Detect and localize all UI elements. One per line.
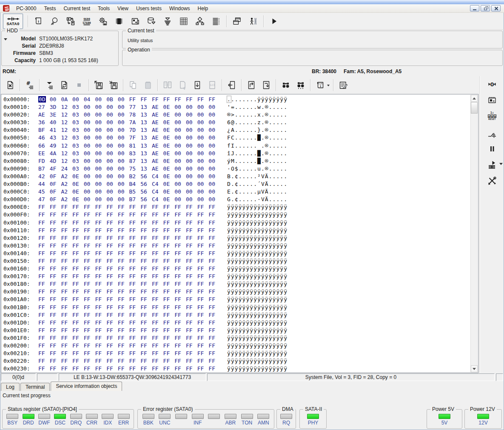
hex-row[interactable]: 0x00120:FFFFFFFFFFFFFFFFFFFFFFFFFFFFFFFF…	[2, 234, 470, 242]
edit-mode-button[interactable]	[336, 78, 350, 92]
scroll-down-button[interactable]	[471, 365, 478, 372]
clear-button[interactable]	[3, 78, 17, 92]
export-button[interactable]	[175, 78, 190, 92]
menu-windows[interactable]: Windows	[165, 5, 194, 12]
hex-row[interactable]: 0x00220:FFFFFFFFFFFFFFFFFFFFFFFFFFFFFFFF…	[2, 357, 470, 365]
hex-row[interactable]: 0x00020:AE3E1203000000007813AE0E00000000…	[2, 111, 470, 119]
power-supply-button[interactable]	[486, 128, 498, 140]
windows-cascade-button[interactable]	[229, 14, 245, 28]
hex-row[interactable]: 0x00230:FFFFFFFFFFFFFFFFFFFFFFFFFFFFFFFF…	[2, 365, 470, 372]
close-button[interactable]	[491, 5, 501, 11]
hex-row[interactable]: 0x00100:FFFFFFFFFFFFFFFFFFFFFFFFFFFFFFFF…	[2, 219, 470, 227]
minimize-button[interactable]	[470, 5, 479, 11]
database-button[interactable]	[143, 14, 159, 28]
baud-rate-button[interactable]: 960057600	[79, 14, 95, 28]
hex-row[interactable]: 0x00060:66491203000000008113AE0E00000000…	[2, 142, 470, 150]
utility-start-button[interactable]: i	[30, 14, 46, 28]
hex-row[interactable]: 0x000C0:450FA20E00000000B556C40E00000000…	[2, 188, 470, 196]
save-settings-button[interactable]	[95, 14, 111, 28]
hex-row[interactable]: 0x00110:FFFFFFFFFFFFFFFFFFFFFFFFFFFFFFFF…	[2, 227, 470, 234]
port-exchange-button[interactable]	[63, 14, 79, 28]
run-dropdown-caret-icon[interactable]	[499, 163, 503, 167]
tab-terminal[interactable]: Terminal	[20, 383, 50, 391]
utility-tools-button[interactable]	[486, 174, 498, 187]
hex-row[interactable]: 0x000A0:420FA20E00000000B256C40E00000000…	[2, 173, 470, 180]
hex-row[interactable]: 0x000F0:FFFFFFFFFFFFFFFFFFFFFFFFFFFFFFFF…	[2, 211, 470, 219]
hex-row[interactable]: 0x00140:FFFFFFFFFFFFFFFFFFFFFFFFFFFFFFFF…	[2, 250, 470, 257]
hex-row[interactable]: 0x00080:FD4D1203000000008713AE0E00000000…	[2, 157, 470, 165]
exit-button[interactable]	[245, 14, 261, 28]
tab-log[interactable]: Log	[1, 383, 20, 391]
hex-row[interactable]: 0x00190:FFFFFFFFFFFFFFFFFFFFFFFFFFFFFFFF…	[2, 288, 470, 296]
menu-users-tests[interactable]: Users tests	[132, 5, 165, 12]
reset-button[interactable]: 1↓000RESET	[486, 110, 498, 122]
hex-row[interactable]: 0x001A0:FFFFFFFFFFFFFFFFFFFFFFFFFFFFFFFF…	[2, 296, 470, 303]
scroll-up-button[interactable]	[471, 95, 478, 102]
menu-tests[interactable]: Tests	[40, 5, 60, 12]
adapter-card-button[interactable]	[127, 14, 143, 28]
start-test-button[interactable]	[266, 14, 282, 28]
hex-row[interactable]: 0x000D0:470FA20E00000000B756C40E00000000…	[2, 196, 470, 203]
menu-tools[interactable]: Tools	[94, 5, 114, 12]
rom-chip-button[interactable]	[111, 14, 127, 28]
run-utility-button[interactable]	[486, 158, 498, 171]
sata0-port-button[interactable]: SATA0	[3, 14, 23, 29]
refresh-button[interactable]	[57, 78, 71, 92]
hex-row[interactable]: 0x00010:273D1203000000007713AE0E00000000…	[2, 103, 470, 111]
hex-row[interactable]: 0x00040:BF411203000000007D13AE0E00000000…	[2, 126, 470, 134]
hex-row[interactable]: 0x00160:FFFFFFFFFFFFFFFFFFFFFFFFFFFFFFFF…	[2, 265, 470, 273]
find-button[interactable]	[278, 78, 293, 92]
previous-object-button[interactable]	[244, 78, 259, 92]
menu-pc-3000[interactable]: PC-3000	[12, 5, 40, 12]
goto-offset-button[interactable]: #	[22, 78, 37, 92]
filter-button[interactable]	[159, 14, 176, 28]
hex-row[interactable]: 0x000E0:FFFFFFFFFFFFFFFFFFFFFFFFFFFFFFFF…	[2, 203, 470, 211]
report-button[interactable]	[208, 14, 224, 28]
write-back-button[interactable]	[224, 78, 239, 92]
hex-row[interactable]: 0x00170:FFFFFFFFFFFFFFFFFFFFFFFFFFFFFFFF…	[2, 273, 470, 280]
hex-row[interactable]: 0x00130:FFFFFFFFFFFFFFFFFFFFFFFFFFFFFFFF…	[2, 242, 470, 250]
menu-current-test[interactable]: Current test	[60, 5, 94, 12]
hex-row[interactable]: 0x00030:36401203000000007A13AE0E00000000…	[2, 119, 470, 126]
hex-row[interactable]: 0x001E0:FFFFFFFFFFFFFFFFFFFFFFFFFFFFFFFF…	[2, 327, 470, 334]
hex-viewer[interactable]: 0x00000:0D000A0004000B00FFFFFFFFFFFFFFFF…	[1, 94, 478, 373]
dropdown-caret-icon[interactable]	[327, 85, 330, 88]
view-mode-button[interactable]	[42, 78, 57, 92]
hex-scrollbar[interactable]	[470, 95, 478, 372]
hex-row[interactable]: 0x00150:FFFFFFFFFFFFFFFFFFFFFFFFFFFFFFFF…	[2, 257, 470, 265]
menu-view[interactable]: View	[114, 5, 132, 12]
save-object-button[interactable]	[190, 78, 205, 92]
hex-row[interactable]: 0x00070:EE4A1203000000008313AE0E00000000…	[2, 150, 470, 157]
hex-row[interactable]: 0x00200:FFFFFFFFFFFFFFFFFFFFFFFFFFFFFFFF…	[2, 342, 470, 350]
pause-button[interactable]	[486, 142, 498, 155]
hex-row[interactable]: 0x001B0:FFFFFFFFFFFFFFFFFFFFFFFFFFFFFFFF…	[2, 304, 470, 311]
next-object-button[interactable]	[259, 78, 273, 92]
chip-resources-button[interactable]	[486, 94, 498, 106]
hex-row[interactable]: 0x00090:B74F2403000000007513AE0E00000000…	[2, 165, 470, 173]
save-to-file-button[interactable]	[106, 78, 121, 92]
compare-button[interactable]	[160, 78, 175, 92]
menu-help[interactable]: Help	[194, 5, 212, 12]
hex-row[interactable]: 0x001F0:FFFFFFFFFFFFFFFFFFFFFFFFFFFFFFFF…	[2, 334, 470, 342]
device-dropdown-icon[interactable]	[4, 38, 7, 42]
load-from-file-button[interactable]	[91, 78, 106, 92]
copy-button[interactable]	[125, 78, 140, 92]
numeric-view-button[interactable]: 123	[205, 78, 219, 92]
object-info-button[interactable]: 0||0|i	[313, 78, 327, 92]
power-state-button[interactable]: 0	[486, 78, 498, 91]
paste-button[interactable]	[140, 78, 155, 92]
scheme-view-button[interactable]	[192, 14, 208, 28]
hex-row[interactable]: 0x00180:FFFFFFFFFFFFFFFFFFFFFFFFFFFFFFFF…	[2, 280, 470, 288]
hex-row[interactable]: 0x000B0:440FA20E00000000B456C40E00000000…	[2, 180, 470, 188]
stop-button[interactable]	[71, 78, 86, 92]
hex-row[interactable]: 0x001D0:FFFFFFFFFFFFFFFFFFFFFFFFFFFFFFFF…	[2, 319, 470, 327]
hex-row[interactable]: 0x00050:46431203000000007F13AE0E00000000…	[2, 134, 470, 142]
drive-power-button[interactable]	[46, 14, 63, 28]
tab-service-information-objects[interactable]: Service information objects	[51, 382, 122, 391]
restore-button[interactable]	[481, 5, 490, 11]
hex-row[interactable]: 0x001C0:FFFFFFFFFFFFFFFFFFFFFFFFFFFFFFFF…	[2, 311, 470, 319]
table-view-button[interactable]	[176, 14, 192, 28]
find-next-button[interactable]	[293, 78, 308, 92]
hex-row[interactable]: 0x00000:0D000A0004000B00FFFFFFFFFFFFFFFF…	[2, 96, 470, 103]
scrollbar-thumb[interactable]	[471, 102, 478, 114]
